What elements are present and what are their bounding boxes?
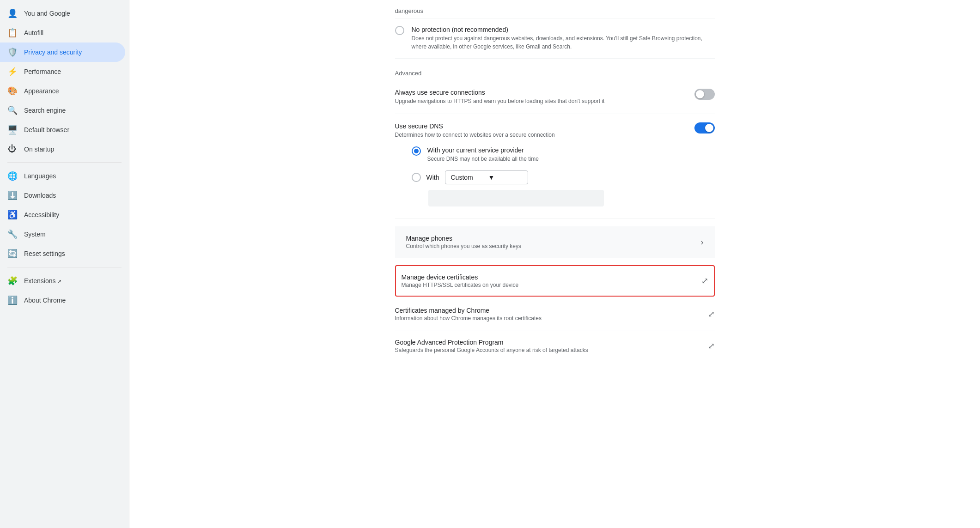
- external-link-icon-certs: ⤢: [701, 276, 708, 286]
- google-advanced-protection-title: Google Advanced Protection Program: [395, 339, 708, 346]
- external-link-icon-chrome-certs: ⤢: [708, 309, 715, 319]
- sidebar-label-about-chrome: About Chrome: [24, 297, 66, 304]
- sidebar-item-autofill[interactable]: 📋 Autofill: [0, 23, 125, 42]
- sidebar-icon-performance: ⚡: [7, 67, 17, 77]
- sidebar-item-appearance[interactable]: 🎨 Appearance: [0, 81, 125, 101]
- sidebar-label-appearance: Appearance: [24, 87, 59, 95]
- custom-input-container: [412, 190, 715, 206]
- sidebar-icon-reset-settings: 🔄: [7, 249, 17, 259]
- sidebar-label-search-engine: Search engine: [24, 107, 66, 114]
- sidebar-label-downloads: Downloads: [24, 192, 56, 199]
- always-secure-title: Always use secure connections: [395, 89, 694, 96]
- always-secure-text: Always use secure connections Upgrade na…: [395, 89, 694, 105]
- no-protection-row: No protection (not recommended) Does not…: [395, 18, 715, 59]
- dropdown-value: Custom: [451, 174, 485, 181]
- dns-custom-radio[interactable]: [412, 173, 421, 182]
- sidebar-icon-you-and-google: 👤: [7, 8, 17, 18]
- dropdown-arrow-icon: ▼: [488, 174, 522, 181]
- sidebar-label-privacy-and-security: Privacy and security: [24, 49, 82, 56]
- sidebar-item-default-browser[interactable]: 🖥️ Default browser: [0, 120, 125, 140]
- sidebar-item-on-startup[interactable]: ⏻ On startup: [0, 140, 125, 158]
- sidebar-icon-autofill: 📋: [7, 28, 17, 38]
- dns-current-desc: Secure DNS may not be available all the …: [427, 155, 715, 163]
- dns-current-text: With your current service provider Secur…: [427, 146, 715, 163]
- manage-phones-row[interactable]: Manage phones Control which phones you u…: [395, 226, 715, 258]
- manage-device-certs-text: Manage device certificates Manage HTTPS/…: [402, 273, 701, 288]
- chevron-right-icon: ›: [701, 237, 704, 247]
- dns-sub-options: With your current service provider Secur…: [395, 139, 715, 210]
- sidebar-item-downloads[interactable]: ⬇️ Downloads: [0, 186, 125, 205]
- sidebar-label-on-startup: On startup: [24, 146, 54, 153]
- google-advanced-protection-desc: Safeguards the personal Google Accounts …: [395, 347, 708, 353]
- sidebar-icon-extensions: 🧩: [7, 276, 17, 286]
- sidebar-label-system: System: [24, 231, 46, 238]
- sidebar-label-performance: Performance: [24, 68, 61, 75]
- dns-current-radio[interactable]: [412, 146, 421, 156]
- dns-custom-option: With Custom ▼: [412, 167, 715, 188]
- sidebar-icon-system: 🔧: [7, 229, 17, 239]
- custom-dropdown[interactable]: Custom ▼: [445, 170, 528, 184]
- dns-current-option: With your current service provider Secur…: [412, 143, 715, 167]
- certs-managed-title: Certificates managed by Chrome: [395, 307, 708, 314]
- sidebar-item-performance[interactable]: ⚡ Performance: [0, 62, 125, 81]
- sidebar-item-about-chrome[interactable]: ℹ️ About Chrome: [0, 291, 125, 310]
- external-link-icon-gap: ⤢: [708, 341, 715, 351]
- sidebar-item-extensions[interactable]: 🧩 Extensions ↗: [0, 271, 125, 291]
- certs-managed-row[interactable]: Certificates managed by Chrome Informati…: [395, 298, 715, 330]
- sidebar-item-reset-settings[interactable]: 🔄 Reset settings: [0, 244, 125, 263]
- secure-dns-row: Use secure DNS Determines how to connect…: [395, 114, 715, 219]
- sidebar-icon-default-browser: 🖥️: [7, 125, 17, 135]
- manage-device-certs-title: Manage device certificates: [402, 273, 701, 281]
- advanced-label: Advanced: [395, 59, 715, 80]
- sidebar-icon-accessibility: ♿: [7, 210, 17, 220]
- sidebar-item-privacy-and-security[interactable]: 🛡️ Privacy and security: [0, 42, 125, 62]
- always-secure-toggle[interactable]: [694, 89, 715, 100]
- google-advanced-protection-row[interactable]: Google Advanced Protection Program Safeg…: [395, 330, 715, 362]
- sidebar-label-extensions: Extensions ↗: [24, 277, 61, 285]
- sidebar-icon-privacy-and-security: 🛡️: [7, 47, 17, 57]
- sidebar-icon-downloads: ⬇️: [7, 190, 17, 200]
- sidebar-icon-search-engine: 🔍: [7, 105, 17, 115]
- no-protection-title: No protection (not recommended): [412, 26, 715, 33]
- sidebar-icon-appearance: 🎨: [7, 86, 17, 96]
- sidebar-label-autofill: Autofill: [24, 29, 43, 36]
- sidebar-divider-2: [7, 267, 122, 267]
- sidebar-item-accessibility[interactable]: ♿ Accessibility: [0, 205, 125, 225]
- google-advanced-protection-text: Google Advanced Protection Program Safeg…: [395, 339, 708, 353]
- certs-managed-text: Certificates managed by Chrome Informati…: [395, 307, 708, 322]
- custom-dns-input[interactable]: [428, 190, 604, 206]
- sidebar-icon-on-startup: ⏻: [7, 144, 17, 154]
- sidebar-icon-languages: 🌐: [7, 171, 17, 181]
- no-protection-radio[interactable]: [395, 26, 404, 35]
- sidebar-label-accessibility: Accessibility: [24, 211, 59, 218]
- no-protection-text: No protection (not recommended) Does not…: [412, 26, 715, 51]
- certs-managed-desc: Information about how Chrome manages its…: [395, 315, 708, 322]
- manage-phones-desc: Control which phones you use as security…: [406, 243, 701, 249]
- with-label: With: [426, 174, 439, 181]
- sidebar-icon-about-chrome: ℹ️: [7, 295, 17, 305]
- sidebar: 👤 You and Google 📋 Autofill 🛡️ Privacy a…: [0, 0, 129, 528]
- manage-phones-title: Manage phones: [406, 235, 701, 242]
- manage-device-certs-row[interactable]: Manage device certificates Manage HTTPS/…: [395, 265, 715, 297]
- sidebar-item-system[interactable]: 🔧 System: [0, 225, 125, 244]
- secure-dns-title: Use secure DNS: [395, 122, 694, 130]
- secure-dns-text: Use secure DNS Determines how to connect…: [395, 122, 694, 139]
- manage-phones-text: Manage phones Control which phones you u…: [406, 235, 701, 249]
- secure-dns-desc: Determines how to connect to websites ov…: [395, 131, 694, 139]
- dangerous-label: dangerous: [395, 0, 715, 18]
- sidebar-label-you-and-google: You and Google: [24, 10, 70, 17]
- dns-current-title: With your current service provider: [427, 146, 715, 154]
- always-secure-desc: Upgrade navigations to HTTPS and warn yo…: [395, 97, 694, 105]
- always-secure-row: Always use secure connections Upgrade na…: [395, 80, 715, 114]
- no-protection-desc: Does not protect you against dangerous w…: [412, 34, 715, 51]
- secure-dns-toggle[interactable]: [694, 122, 715, 134]
- sidebar-divider-1: [7, 162, 122, 163]
- sidebar-item-search-engine[interactable]: 🔍 Search engine: [0, 101, 125, 120]
- sidebar-item-languages[interactable]: 🌐 Languages: [0, 166, 125, 186]
- sidebar-label-languages: Languages: [24, 172, 56, 180]
- sidebar-label-default-browser: Default browser: [24, 126, 69, 134]
- sidebar-item-you-and-google[interactable]: 👤 You and Google: [0, 4, 125, 23]
- sidebar-label-reset-settings: Reset settings: [24, 250, 65, 257]
- main-content: dangerous No protection (not recommended…: [129, 0, 980, 528]
- manage-device-certs-desc: Manage HTTPS/SSL certificates on your de…: [402, 282, 701, 288]
